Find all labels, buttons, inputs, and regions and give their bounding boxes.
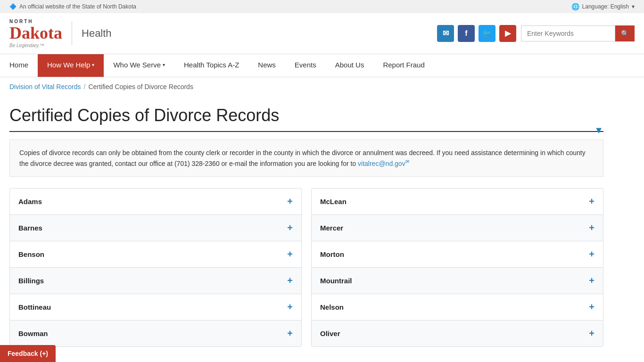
nd-flag-icon: 🔷: [9, 3, 17, 10]
site-header: NORTH Dakota Be Legendary.™ Health ✉ f 🐦…: [0, 13, 644, 54]
county-name: McLean: [320, 197, 347, 206]
header-right: ✉ f 🐦 ▶ 🔍: [437, 25, 635, 42]
search-area: 🔍: [521, 25, 635, 41]
county-name: Bowman: [18, 329, 48, 337]
expand-icon[interactable]: +: [287, 249, 293, 260]
chevron-down-icon: ▾: [92, 62, 94, 67]
search-input[interactable]: [521, 25, 615, 41]
twitter-button[interactable]: 🐦: [479, 25, 495, 42]
globe-icon: 🌐: [571, 3, 579, 10]
chevron-down-icon: ▾: [163, 62, 165, 67]
county-name: Nelson: [320, 303, 344, 311]
expand-icon[interactable]: +: [589, 222, 594, 233]
nav-who-we-serve[interactable]: Who We Serve ▾: [104, 54, 174, 77]
nav-health-topics[interactable]: Health Topics A-Z: [174, 54, 248, 77]
county-mountrail[interactable]: Mountrail +: [311, 267, 603, 294]
breadcrumb-current: Certified Copies of Divorce Records: [88, 83, 193, 90]
page-title-text: Certified Copies of Divorce Records: [9, 106, 279, 125]
feedback-button[interactable]: Feedback (+): [0, 345, 56, 356]
breadcrumb: Division of Vital Records / Certified Co…: [0, 77, 644, 96]
county-name: Benson: [18, 250, 44, 258]
logo-health-text: Health: [82, 27, 112, 40]
expand-icon[interactable]: +: [589, 275, 594, 286]
county-name: Adams: [18, 197, 42, 206]
nav-how-we-help[interactable]: How We Help ▾: [38, 54, 104, 77]
logo-dakota-text: Dakota: [9, 24, 62, 43]
language-label: Language: English: [582, 3, 629, 10]
main-nav: Home How We Help ▾ Who We Serve ▾ Health…: [0, 54, 644, 77]
expand-icon[interactable]: +: [589, 302, 594, 313]
county-name: Bottineau: [18, 303, 51, 311]
social-icons: ✉ f 🐦 ▶: [437, 25, 516, 42]
nav-report-fraud[interactable]: Report Fraud: [373, 54, 434, 77]
top-bar: 🔷 An official website of the State of No…: [0, 0, 644, 13]
search-button[interactable]: 🔍: [615, 25, 635, 41]
nav-home[interactable]: Home: [0, 54, 38, 77]
site-logo[interactable]: NORTH Dakota Be Legendary.™: [9, 19, 62, 48]
chevron-down-icon: ▾: [632, 3, 635, 10]
nav-news[interactable]: News: [248, 54, 285, 77]
expand-icon[interactable]: +: [589, 328, 594, 339]
county-column-left: Adams + Barnes + Benson + Billings + Bot…: [9, 188, 302, 347]
county-column-right: McLean + Mercer + Morton + Mountrail + N…: [311, 188, 603, 347]
official-notice: 🔷 An official website of the State of No…: [9, 3, 136, 10]
main-content: Certified Copies of Divorce Records ▼ Co…: [0, 96, 613, 356]
logo-divider: [72, 22, 72, 45]
page-title: Certified Copies of Divorce Records ▼: [9, 106, 603, 132]
expand-icon[interactable]: +: [287, 196, 293, 207]
nav-about-us[interactable]: About Us: [326, 54, 374, 77]
external-link-icon: ✉: [405, 159, 409, 164]
intro-box: Copies of divorce records can only be ob…: [9, 140, 603, 177]
county-name: Billings: [18, 277, 44, 285]
expand-icon[interactable]: +: [287, 302, 293, 313]
logo-area[interactable]: NORTH Dakota Be Legendary.™ Health: [9, 19, 112, 48]
expand-icon[interactable]: +: [287, 328, 293, 339]
county-bowman[interactable]: Bowman +: [9, 320, 302, 347]
county-name: Mercer: [320, 224, 343, 232]
youtube-button[interactable]: ▶: [499, 25, 516, 42]
breadcrumb-link-vital-records[interactable]: Division of Vital Records: [9, 83, 81, 90]
intro-text: Copies of divorce records can only be ob…: [19, 149, 586, 167]
county-name: Morton: [320, 250, 344, 258]
county-benson[interactable]: Benson +: [9, 241, 302, 267]
email-social-button[interactable]: ✉: [437, 25, 454, 42]
official-text: An official website of the State of Nort…: [19, 3, 136, 10]
logo-tagline-text: Be Legendary.™: [9, 43, 62, 48]
expand-icon[interactable]: +: [589, 196, 594, 207]
expand-icon[interactable]: +: [287, 275, 293, 286]
scroll-arrow-icon: ▼: [594, 125, 603, 136]
county-morton[interactable]: Morton +: [311, 241, 603, 267]
county-barnes[interactable]: Barnes +: [9, 214, 302, 241]
county-grid: Adams + Barnes + Benson + Billings + Bot…: [9, 188, 603, 347]
facebook-button[interactable]: f: [458, 25, 475, 42]
expand-icon[interactable]: +: [589, 249, 594, 260]
nav-events[interactable]: Events: [285, 54, 326, 77]
county-nelson[interactable]: Nelson +: [311, 294, 603, 320]
county-mclean[interactable]: McLean +: [311, 188, 603, 214]
county-adams[interactable]: Adams +: [9, 188, 302, 214]
expand-icon[interactable]: +: [287, 222, 293, 233]
email-link[interactable]: vitalrec@nd.gov: [358, 160, 405, 167]
county-name: Oliver: [320, 329, 340, 337]
county-name: Mountrail: [320, 277, 352, 285]
county-name: Barnes: [18, 224, 42, 232]
language-selector[interactable]: 🌐 Language: English ▾: [571, 3, 635, 10]
breadcrumb-separator: /: [83, 83, 85, 90]
county-mercer[interactable]: Mercer +: [311, 214, 603, 241]
county-oliver[interactable]: Oliver +: [311, 320, 603, 347]
county-bottineau[interactable]: Bottineau +: [9, 294, 302, 320]
county-billings[interactable]: Billings +: [9, 267, 302, 294]
